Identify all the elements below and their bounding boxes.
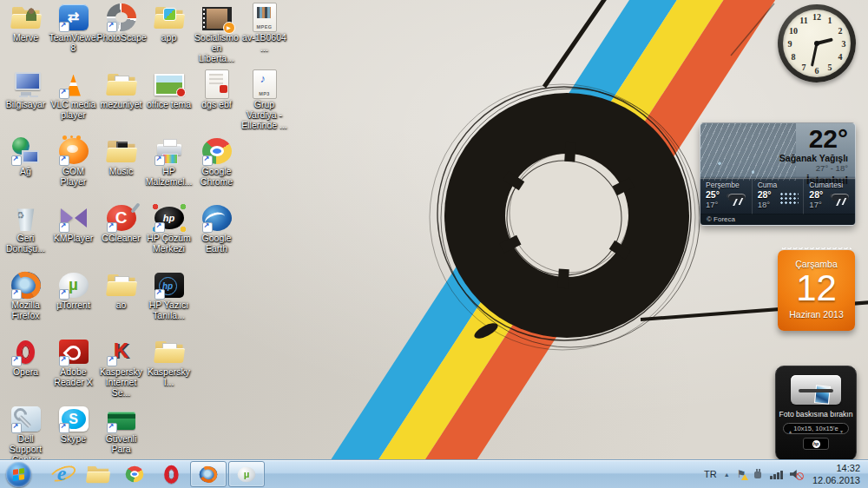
clock-date-area[interactable]: 14:32 12.06.2013: [812, 462, 860, 487]
shortcut-arrow-icon: [202, 155, 213, 166]
clock-number: 3: [842, 39, 846, 49]
desktop-icon-photoscape[interactable]: PhotoScape: [97, 3, 145, 69]
desktop-icon-socialismo-video[interactable]: Socialismo en Liberta...: [193, 3, 240, 69]
mpeg-file-icon: MPEG: [253, 3, 277, 32]
pages-icon: [115, 76, 129, 88]
desktop-icon-adobe-reader[interactable]: Adobe Reader X: [49, 337, 97, 404]
desktop-icon-dgs-ebf[interactable]: dgs ebf: [193, 69, 240, 136]
shortcut-arrow-icon: [107, 22, 117, 32]
music-folder-icon: [107, 136, 136, 166]
desktop-icon-dell-support[interactable]: Dell Support Center: [2, 404, 49, 460]
clock-number: 2: [838, 26, 843, 36]
printer-icon: [155, 136, 184, 166]
size-down-arrow-icon[interactable]: [839, 421, 844, 437]
clock-number: 1: [828, 16, 832, 25]
desktop-icon-teamviewer[interactable]: TeamViewer 8: [49, 3, 97, 69]
weather-current: 22° Sağanak Yağışlı 27° - 18° İstanbul: [779, 125, 848, 187]
shortcut-arrow-icon: [59, 289, 69, 300]
media-player-icon: [163, 8, 176, 21]
desktop-icon-hp-yazici[interactable]: HP Yazıcı Tanıla...: [145, 270, 193, 337]
desktop-icon-firefox[interactable]: Mozilla Firefox: [2, 270, 49, 337]
desktop-icon-mezuniyet[interactable]: mezuniyet: [97, 69, 145, 136]
opera-icon: [164, 465, 178, 483]
storm-icon: [728, 192, 747, 206]
desktop[interactable]: Merve TeamViewer 8 PhotoScape app Social…: [0, 0, 868, 460]
forecast-day[interactable]: Cuma 28° 18°: [752, 179, 804, 214]
action-center-icon[interactable]: ⚑: [737, 469, 746, 479]
desktop-icon-network[interactable]: Ağ: [2, 136, 49, 203]
forecast-day[interactable]: Perşembe 25° 17°: [700, 179, 752, 214]
desktop-icon-hp-solution-center[interactable]: HP Çözüm Merkezi: [145, 203, 193, 270]
desktop-icon-gom-player[interactable]: GOM Player: [49, 136, 97, 203]
picture-file-icon: [155, 74, 184, 96]
desktop-icon-mp3-file[interactable]: MP3 Grup Vardiya - Ellerinde ...: [240, 69, 288, 136]
clock-face: 12 1 2 3 4 5 6 7 8 9 10 11: [783, 10, 851, 77]
clock-number: 11: [799, 16, 807, 25]
desktop-icon-computer[interactable]: Bilgisayar: [2, 69, 49, 136]
photo-printer-gadget[interactable]: Foto baskısına bırakın 10x15, 10x15'e hp: [775, 366, 857, 460]
folder-media-icon: [155, 3, 184, 32]
show-hidden-icons-button[interactable]: ▲: [724, 472, 730, 478]
folder-icon: [155, 337, 184, 366]
shortcut-arrow-icon: [59, 222, 69, 233]
start-button[interactable]: [6, 462, 31, 487]
computer-icon: [11, 69, 41, 99]
clock-number: 8: [792, 52, 796, 62]
desktop-icon-ccleaner[interactable]: CCleaner: [97, 203, 145, 270]
shortcut-arrow-icon: [59, 22, 69, 32]
folder-icon: [107, 69, 136, 99]
recycle-bin-icon: [16, 208, 36, 231]
taskbar-explorer[interactable]: [81, 462, 115, 486]
taskbar-utorrent-running[interactable]: [228, 461, 265, 487]
volume-muted-icon[interactable]: [790, 469, 803, 479]
power-plug-icon[interactable]: [753, 469, 763, 479]
folder-icon: [107, 270, 136, 300]
desktop-icon-chrome[interactable]: Google Chrome: [193, 136, 240, 203]
taskbar-firefox-running[interactable]: [190, 461, 227, 487]
paper-size-selector[interactable]: 10x15, 10x15'e: [783, 423, 849, 434]
size-up-arrow-icon[interactable]: [788, 421, 792, 437]
taskbar-opera[interactable]: [154, 462, 188, 486]
weather-gadget[interactable]: 22° Sağanak Yağışlı 27° - 18° İstanbul P…: [700, 122, 856, 226]
screen: Merve TeamViewer 8 PhotoScape app Social…: [0, 0, 868, 488]
tray-date: 12.06.2013: [812, 474, 860, 486]
desktop-icon-google-earth[interactable]: Google Earth: [193, 203, 240, 270]
desktop-icon-guvenli-para[interactable]: Güvenli Para: [97, 404, 145, 460]
weather-source: © Foreca: [700, 214, 855, 225]
desktop-icon-office-tema[interactable]: office tema: [145, 69, 193, 136]
taskbar-internet-explorer[interactable]: [44, 462, 79, 486]
desktop-icon-vlc[interactable]: VLC media player: [49, 69, 97, 136]
forecast-day[interactable]: Cumartesi 28° 17°: [803, 179, 855, 214]
desktop-icon-music[interactable]: Music: [97, 136, 145, 203]
desktop-icon-kmplayer[interactable]: KMPlayer: [49, 203, 97, 270]
desktop-icon-skype[interactable]: Skype: [49, 404, 97, 460]
desktop-icon-recycle-bin[interactable]: Geri Dönüşü...: [2, 203, 49, 270]
clock-gadget[interactable]: 12 1 2 3 4 5 6 7 8 9 10 11: [778, 4, 856, 82]
calendar-month-year: Haziran 2013: [778, 309, 855, 320]
current-temp: 22°: [779, 125, 848, 153]
desktop-icon-kaspersky-folder[interactable]: Kaspersky I...: [145, 337, 193, 404]
folder-user-icon: [11, 3, 41, 32]
shortcut-arrow-icon: [107, 356, 117, 366]
desktop-icon-app[interactable]: app: [145, 3, 193, 69]
language-indicator[interactable]: TR: [704, 469, 717, 479]
mp3-file-icon: MP3: [253, 69, 277, 99]
desktop-icon-merve[interactable]: Merve: [2, 3, 49, 69]
calendar-gadget[interactable]: Çarşamba 12 Haziran 2013: [778, 250, 855, 331]
desktop-icon-hp-malzeme[interactable]: HP Malzemel...: [145, 136, 193, 203]
storm-icon: [832, 192, 851, 206]
temp-range: 27° - 18°: [779, 163, 848, 173]
desktop-icon-ao[interactable]: ao: [97, 270, 145, 337]
ie-icon: [49, 461, 75, 487]
desktop-icon-mpeg-file[interactable]: MPEG av-1B0604 ...: [240, 3, 288, 69]
shortcut-arrow-icon: [59, 155, 69, 166]
utorrent-icon: [238, 466, 256, 482]
hp-logo: hp: [803, 438, 829, 450]
taskbar-chrome[interactable]: [117, 462, 152, 486]
clock-number: 5: [828, 63, 832, 72]
desktop-icon-kaspersky[interactable]: Kaspersky Internet Se...: [97, 337, 145, 404]
desktop-icon-utorrent[interactable]: µTorrent: [49, 270, 97, 337]
desktop-icon-opera[interactable]: Opera: [2, 337, 49, 404]
shortcut-arrow-icon: [11, 423, 22, 433]
network-signal-icon[interactable]: [770, 470, 783, 479]
